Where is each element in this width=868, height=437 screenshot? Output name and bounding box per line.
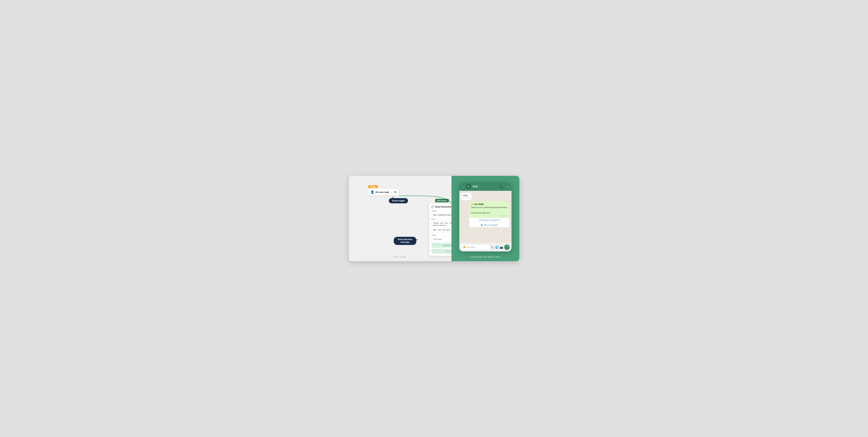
footer-field-label: Footer (431, 234, 452, 236)
sent-bubble-interactive: 👋 Hey Virat! Thank you for contacting Ac… (469, 202, 509, 227)
sent-time: 11.14 AM (471, 215, 508, 216)
bot-flow-panel: Trigger 👤 On new lead ⋮ Setup trigger (349, 176, 452, 261)
wave-emoji: 👋 (471, 203, 474, 205)
back-icon[interactable]: ← (462, 185, 465, 188)
hey-text: Hey (474, 203, 478, 205)
header-label: Header (431, 210, 452, 212)
phone-mockup: ← V Virat 📞 ⋮ Hello 11.14 AM (459, 182, 512, 252)
person-icon: 👤 (370, 190, 374, 194)
recipient-name: Virat! (478, 203, 484, 205)
received-time: 11.14 AM (463, 197, 470, 199)
explore-products-button[interactable]: Explore our products (431, 243, 452, 248)
input-area: 😊 Message 📎 🌐 📷 🎤 (459, 243, 512, 252)
sent-bubble-body: 👋 Hey Virat! Thank you for contacting Ac… (469, 202, 509, 217)
emoji-icon: 😊 (463, 246, 466, 249)
camera-icon[interactable]: 📷 (500, 246, 503, 249)
talk-to-agent-action-button[interactable]: 📞 Talk to an agentt (469, 223, 509, 227)
chat-area: Hello 11.14 AM 👋 Hey Virat! (459, 191, 512, 243)
card-header: 💬 Send interactive message ⋮ (431, 205, 452, 208)
card-title: Send interactive message (435, 206, 452, 208)
body-textarea[interactable]: Thank you for contacting Acme Electronic… (431, 221, 452, 233)
body-label: Body (431, 218, 452, 220)
message-input-field[interactable]: 😊 Message (461, 245, 490, 250)
attach-icon[interactable]: 📎 (491, 246, 494, 249)
avatar: V (466, 184, 471, 189)
action-buttons-container: 🔗 Explore our products 📞 Talk to an agen… (469, 217, 509, 227)
header-input[interactable] (431, 212, 452, 217)
whatsapp-header: ← V Virat 📞 ⋮ (459, 182, 512, 191)
active-indicator (395, 191, 396, 193)
explore-products-action-button[interactable]: 🔗 Explore our products (469, 217, 509, 223)
add-list-button[interactable]: Add list button (431, 249, 452, 254)
interactive-message-card: 💬 Send interactive message ⋮ Header Body… (429, 203, 452, 256)
bot-flow-label: BOT FLOW (394, 256, 406, 258)
mic-button[interactable]: 🎤 (504, 244, 510, 250)
received-text: Hello (463, 194, 470, 197)
trigger-card: 👤 On new lead ⋮ (368, 189, 399, 195)
whatsapp-label: CUSTOMER ON WHATSAPP (470, 256, 500, 258)
greeting-line: 👋 Hey Virat! (471, 203, 508, 205)
trigger-badge: Trigger (368, 185, 378, 188)
send-welcome-tooltip[interactable]: Send welcome message (394, 237, 416, 245)
footer-input[interactable] (431, 237, 452, 241)
message-icon: 💬 (431, 205, 434, 208)
call-icon[interactable]: 📞 (500, 185, 503, 188)
more-options-icon[interactable]: ⋮ (506, 185, 509, 188)
whatsapp-panel: ← V Virat 📞 ⋮ Hello 11.14 AM (452, 176, 519, 261)
contact-name: Virat (472, 185, 499, 188)
setup-trigger-tooltip[interactable]: Setup trigger (389, 198, 408, 203)
bot-action-badge: Bot Action (435, 199, 449, 202)
message-placeholder: Message (467, 246, 488, 249)
trigger-label: On new lead (376, 191, 389, 194)
location-icon[interactable]: 🌐 (495, 246, 499, 249)
received-bubble-hello: Hello 11.14 AM (461, 193, 471, 200)
message-body: Thank you for contacting Acme Electronic… (471, 206, 508, 214)
trigger-dots-button[interactable]: ⋮ (390, 191, 393, 194)
main-container: Trigger 👤 On new lead ⋮ Setup trigger (349, 176, 519, 261)
trigger-node: Trigger 👤 On new lead ⋮ (368, 185, 399, 195)
